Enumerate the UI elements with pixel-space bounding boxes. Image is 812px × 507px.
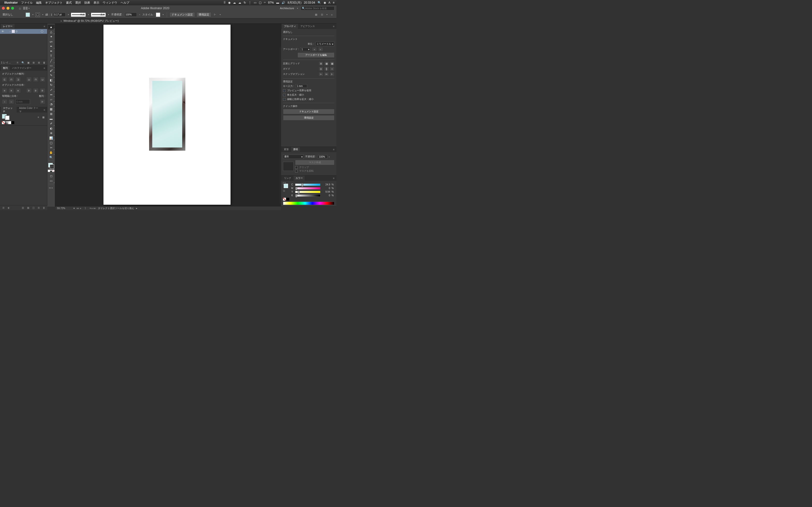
ruler-icon[interactable]: ⊞ (318, 61, 323, 66)
tab-close-icon[interactable]: × (60, 19, 62, 22)
dist-hcenter-button[interactable]: ⊪ (33, 88, 39, 93)
spectrum-picker[interactable] (283, 202, 335, 205)
slice-tool[interactable]: ✂ (48, 145, 55, 150)
swatch-group-icon[interactable]: ◫ (32, 206, 35, 210)
swatch-lib-icon[interactable]: ▥ (21, 206, 24, 210)
selection-tool[interactable]: ▲ (48, 24, 55, 30)
dist-hspacing-button[interactable]: ↔ (9, 99, 14, 104)
artboard-dropdown[interactable]: 1▾ (300, 48, 311, 51)
clip-mask-icon[interactable]: ▣ (27, 61, 30, 65)
menu-window[interactable]: ウィンドウ (103, 1, 117, 5)
width-tool[interactable]: ⇔ (48, 92, 55, 97)
magic-wand-tool[interactable]: ✦ (48, 34, 55, 39)
menu-edit[interactable]: 編集 (36, 1, 42, 5)
tab-swatches[interactable]: スウォッチ (1, 106, 17, 114)
visibility-icon[interactable]: 👁 (1, 30, 4, 33)
m-slider[interactable] (295, 187, 320, 189)
color-black-icon[interactable] (286, 198, 289, 201)
scale-tool[interactable]: ⤢ (48, 88, 55, 92)
new-sublayer-icon[interactable]: ⊞ (32, 61, 36, 65)
close-button[interactable] (2, 7, 5, 10)
graphic-style-swatch[interactable] (156, 12, 160, 17)
tab-color-themes[interactable]: Adobe Color テーマ (17, 106, 42, 114)
eyedropper-tool[interactable]: ✐ (48, 121, 55, 126)
layer-target-icon[interactable] (41, 30, 43, 33)
none-icon[interactable] (52, 170, 54, 172)
draw-normal-icon[interactable]: ◻ (48, 174, 55, 178)
tab-properties[interactable]: プロパティ (282, 24, 298, 29)
quick-doc-setup-button[interactable]: ドキュメント設定 (283, 109, 335, 114)
prev-artboard-nav-icon[interactable]: ◂ (80, 207, 81, 210)
wifi-icon[interactable]: ⌔ (264, 1, 266, 4)
align-bottom-button[interactable]: ⊔ (40, 77, 45, 82)
search-layer-icon[interactable]: 🔍 (21, 61, 25, 65)
status-more-icon[interactable]: ▸ (136, 207, 137, 210)
edit-toolbar-button[interactable]: ••• (49, 186, 53, 189)
dist-bottom-button[interactable]: ≡ (15, 88, 21, 93)
paintbrush-tool[interactable]: 🖌 (48, 68, 55, 73)
gradient-icon[interactable] (50, 170, 52, 172)
menu-file[interactable]: ファイル (21, 1, 33, 5)
spacing-input[interactable] (15, 99, 30, 104)
shape-builder-tool[interactable]: ◔ (48, 102, 55, 107)
timemachine-icon[interactable]: ↻ (244, 1, 246, 4)
eraser-tool[interactable]: ◧ (48, 78, 55, 82)
properties-panel-menu[interactable]: ≡ (332, 25, 336, 28)
input-a-icon[interactable]: A (328, 1, 331, 4)
stroke-dropdown[interactable]: ▾ (41, 12, 44, 17)
zoom-level[interactable]: 59.72% (57, 207, 71, 210)
artwork-frame[interactable] (149, 78, 185, 151)
list-view-icon[interactable]: ≡ (37, 115, 40, 119)
stroke-mini[interactable]: ◫ (283, 189, 286, 192)
rectangle-tool[interactable]: ▭ (48, 63, 55, 68)
menu-view[interactable]: 表示 (94, 1, 99, 5)
layer-row[interactable]: 👁 › 0 (0, 29, 47, 34)
align-hcenter-button[interactable]: ⊓ (9, 77, 14, 82)
menu-select[interactable]: 選択 (75, 1, 81, 5)
lasso-tool[interactable]: ᔕ (48, 39, 55, 44)
menu-type[interactable]: 書式 (66, 1, 72, 5)
tr-opacity-input[interactable] (318, 155, 327, 159)
stroke-stepper[interactable]: ▴▾ (51, 13, 52, 16)
layers-panel-menu[interactable]: ≡ (43, 25, 46, 28)
align-top-button[interactable]: ⊔ (27, 77, 32, 82)
artwork-glass[interactable] (152, 81, 182, 148)
brush-def[interactable]: 基本 (91, 13, 106, 17)
spotlight-icon[interactable]: 🔍 (317, 1, 321, 4)
input-icon[interactable]: ⋮ (248, 1, 251, 4)
dropbox-icon[interactable]: ⠿ (223, 1, 226, 4)
symbol-sprayer-tool[interactable]: ✲ (48, 131, 55, 136)
align-left-button[interactable]: ⊏ (2, 77, 7, 82)
type-tool[interactable]: T (48, 54, 55, 58)
swatch-white[interactable] (8, 121, 11, 124)
snap-pixel-icon[interactable]: ⊩ (329, 72, 335, 76)
swatch-registration[interactable] (5, 121, 8, 124)
first-artboard-icon[interactable]: ⏮ (77, 207, 79, 210)
show-guides-icon[interactable]: ╪ (318, 67, 323, 71)
chk-scale-strokes[interactable]: ✓ (283, 98, 286, 101)
transparency-panel-menu[interactable]: ≡ (332, 148, 336, 151)
artboard[interactable]: ↖ (103, 24, 231, 205)
dist-left-button[interactable]: ⊪ (27, 88, 32, 93)
free-transform-tool[interactable]: ▱ (48, 97, 55, 102)
menu-object[interactable]: オブジェクト (45, 1, 63, 5)
cloud-sync-icon[interactable]: ☁ (238, 1, 241, 4)
stroke-sw[interactable] (5, 115, 10, 120)
stock-search-input[interactable] (305, 7, 333, 10)
dist-right-button[interactable]: ⊪ (40, 88, 45, 93)
rotate-tool[interactable]: ↻ (48, 82, 55, 88)
tab-transform[interactable]: 変形 (282, 147, 291, 152)
arrange-docs-dropdown[interactable]: ▾ (28, 6, 30, 10)
canvas[interactable]: ↖ (55, 24, 281, 207)
battery-icon[interactable]: ▭ (254, 1, 256, 4)
libraries-icon[interactable]: ⊞ (1, 206, 5, 210)
tab-layers[interactable]: レイヤー (1, 24, 14, 29)
color-mode-row[interactable] (48, 170, 54, 172)
column-graph-tool[interactable]: 📊 (48, 136, 55, 140)
fill-dropdown[interactable]: ▾ (32, 12, 34, 17)
transparency-grid-icon[interactable]: ▩ (329, 61, 335, 66)
stroke-profile-dropdown[interactable]: ▾ (87, 12, 90, 17)
swatch-options-icon[interactable]: ◐ (7, 206, 11, 210)
swatch-none[interactable] (2, 121, 5, 124)
stock-search[interactable]: 🔍 (301, 6, 335, 10)
